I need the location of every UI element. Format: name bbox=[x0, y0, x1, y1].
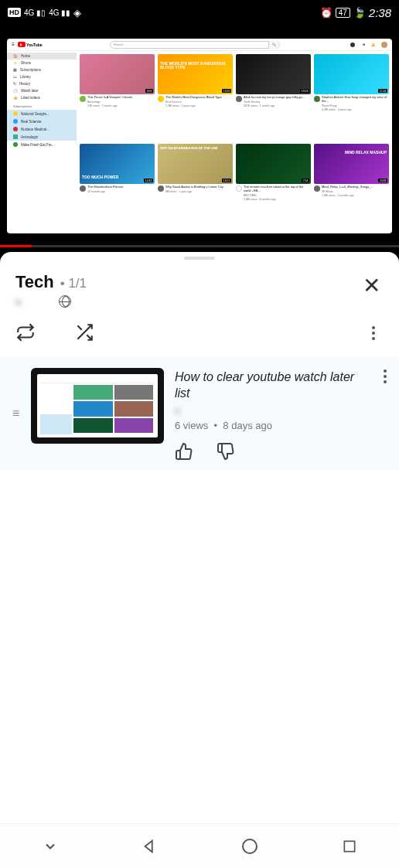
svg-point-0 bbox=[243, 839, 257, 853]
video-card[interactable]: 0:59This Parrot Is A Vampire! #shortsAni… bbox=[80, 54, 155, 141]
shuffle-button[interactable] bbox=[74, 322, 94, 342]
sidebar-item-library[interactable]: ▭ Library bbox=[7, 73, 77, 80]
search-input[interactable]: Search 🔍 bbox=[110, 41, 280, 49]
signal-2: 4G ▮▮ bbox=[49, 9, 70, 17]
video-card[interactable]: TOO MUCH POWER14:31The Wondershare Filmo… bbox=[80, 144, 155, 230]
loop-button[interactable] bbox=[15, 322, 36, 342]
close-button[interactable]: ✕ bbox=[360, 272, 384, 300]
video-card[interactable]: THE WORLD'S MOST DANGEROUS BLOOD TYPE13:… bbox=[158, 54, 233, 141]
like-button[interactable] bbox=[175, 442, 192, 459]
video-progress-track[interactable] bbox=[0, 245, 399, 247]
sidebar-item-shorts[interactable]: ⚡ Shorts bbox=[7, 60, 77, 66]
sidebar-sub-4[interactable]: Make Fresh Eat Fre... bbox=[7, 141, 77, 148]
playlist-more-button[interactable] bbox=[363, 323, 384, 343]
search-icon[interactable]: 🔍 bbox=[268, 41, 279, 49]
sidebar-item-home[interactable]: 🏠 Home bbox=[7, 53, 77, 60]
playlist-item-thumbnail[interactable] bbox=[31, 368, 164, 444]
video-card[interactable]: 7:54The remote visa-free island at the t… bbox=[236, 144, 311, 230]
battery-indicator: 47 bbox=[336, 8, 350, 18]
playlist-item-meta: 6 views • 8 days ago bbox=[175, 420, 373, 431]
playlist-item[interactable]: ≡ How to clear youtube watch l bbox=[0, 357, 399, 470]
sidebar-item-liked[interactable]: 👍 Liked videos bbox=[7, 94, 77, 101]
playlist-sheet: Tech • 1/1 n ✕ ≡ bbox=[0, 252, 399, 868]
video-progress-fill bbox=[0, 245, 32, 247]
mic-icon[interactable] bbox=[350, 43, 355, 47]
sheet-header: Tech • 1/1 n ✕ bbox=[0, 260, 399, 314]
sidebar-sub-0[interactable]: National Geogra... bbox=[7, 110, 77, 117]
playlist-item-author: n bbox=[175, 405, 221, 417]
sidebar-sub-1[interactable]: Real Science bbox=[7, 117, 77, 125]
sidebar-item-history[interactable]: ↻ History bbox=[7, 80, 77, 87]
sidebar-sub-3[interactable]: Animalogic bbox=[7, 133, 77, 141]
status-left: HD 4G ▮▯ 4G ▮▮ ◈ bbox=[8, 7, 81, 19]
video-card[interactable]: 22:16Stephen Axford: How fungi changed m… bbox=[314, 54, 389, 141]
nav-recents-button[interactable] bbox=[339, 836, 360, 856]
playlist-position: • 1/1 bbox=[60, 276, 87, 291]
nav-collapse-button[interactable] bbox=[40, 836, 60, 856]
signal-1: 4G ▮▯ bbox=[24, 9, 46, 17]
sidebar-item-watch-later[interactable]: 🕐 Watch later bbox=[7, 87, 77, 94]
playlist-author: n bbox=[15, 296, 54, 308]
playlist-controls bbox=[0, 314, 399, 357]
playlist-item-title: How to clear youtube watch later list bbox=[175, 369, 373, 402]
status-bar: HD 4G ▮▯ 4G ▮▮ ◈ ⏰ 47 🍃 2:38 bbox=[0, 0, 399, 25]
youtube-logo[interactable]: YouTube bbox=[18, 42, 43, 47]
leaf-icon: 🍃 bbox=[353, 7, 366, 19]
video-card[interactable]: 19:13Allah ka nam lay kar jo mango gay m… bbox=[236, 54, 311, 141]
system-nav-bar bbox=[0, 823, 399, 868]
item-more-button[interactable] bbox=[384, 369, 387, 383]
sidebar-sub-2[interactable]: Nucleus Medical... bbox=[7, 125, 77, 133]
sidebar-subs-header: Subscriptions bbox=[7, 101, 77, 110]
avatar[interactable] bbox=[381, 42, 387, 48]
playlist-title: Tech bbox=[15, 272, 54, 292]
playlist-item-info: How to clear youtube watch later list n … bbox=[175, 368, 373, 459]
hd-badge: HD bbox=[8, 8, 21, 17]
alarm-icon: ⏰ bbox=[320, 7, 332, 19]
wifi-icon: ◈ bbox=[73, 7, 81, 19]
video-card[interactable]: WHY SAUDI ARABIA BUILDS THE LINE13:21Why… bbox=[158, 144, 233, 230]
notifications-icon[interactable]: 🔔 bbox=[371, 43, 375, 46]
sidebar-item-subscriptions[interactable]: ▦ Subscriptions bbox=[7, 66, 77, 73]
nav-home-button[interactable] bbox=[240, 836, 260, 856]
video-grid: 0:59This Parrot Is A Vampire! #shortsAni… bbox=[77, 51, 392, 233]
video-card[interactable]: MIND RELAX MASHUP24:33Mind_Relax_Lo-fi_M… bbox=[314, 144, 389, 230]
status-right: ⏰ 47 🍃 2:38 bbox=[320, 6, 391, 19]
apps-icon[interactable]: ⊞ bbox=[363, 43, 365, 46]
dislike-button[interactable] bbox=[217, 442, 234, 459]
yt-sidebar: 🏠 Home ⚡ Shorts ▦ Subscriptions ▭ Librar… bbox=[7, 51, 77, 233]
globe-icon bbox=[59, 295, 71, 308]
video-player-area[interactable]: ☰ YouTube Search 🔍 ⊞ 🔔 🏠 Home ⚡ Shorts ▦… bbox=[0, 25, 399, 247]
nav-back-button[interactable] bbox=[140, 836, 160, 856]
hamburger-icon[interactable]: ☰ bbox=[12, 43, 15, 46]
clock: 2:38 bbox=[369, 6, 391, 19]
svg-rect-1 bbox=[344, 841, 354, 851]
drag-handle-icon[interactable]: ≡ bbox=[12, 407, 20, 420]
video-thumbnail-content: ☰ YouTube Search 🔍 ⊞ 🔔 🏠 Home ⚡ Shorts ▦… bbox=[7, 39, 392, 233]
